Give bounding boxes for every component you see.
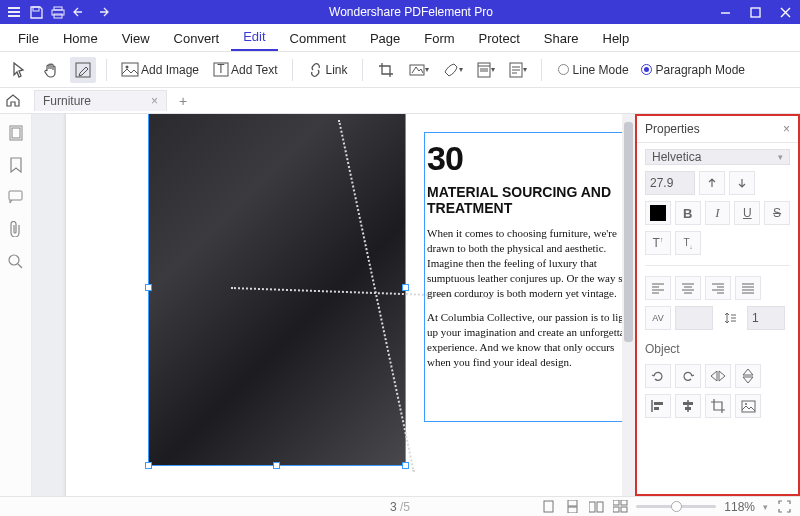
header-footer-tool[interactable]: ▾: [473, 57, 499, 83]
edit-object-tool[interactable]: [70, 57, 96, 83]
view-facing-icon[interactable]: [588, 500, 604, 514]
vertical-scrollbar[interactable]: [622, 114, 635, 496]
background-tool[interactable]: ▾: [439, 57, 467, 83]
menu-edit[interactable]: Edit: [231, 24, 277, 51]
pdf-page: 30 MATERIAL SOURCING AND TREATMENT When …: [66, 114, 626, 496]
bookmarks-icon[interactable]: [7, 156, 25, 174]
watermark-tool[interactable]: ▾: [405, 57, 433, 83]
svg-rect-15: [478, 63, 490, 77]
new-tab-button[interactable]: +: [173, 93, 193, 109]
menu-protect[interactable]: Protect: [467, 26, 532, 51]
page-indicator[interactable]: 3 /5: [390, 500, 410, 514]
superscript-button[interactable]: [699, 171, 725, 195]
subscript-button[interactable]: [729, 171, 755, 195]
italic-button[interactable]: I: [705, 201, 731, 225]
status-bar: 3 /5 118% ▾: [0, 496, 800, 516]
save-icon[interactable]: [26, 2, 46, 22]
app-title: Wondershare PDFelement Pro: [112, 5, 710, 19]
shrink-font-button[interactable]: T↓: [675, 231, 701, 255]
text-block[interactable]: 30 MATERIAL SOURCING AND TREATMENT When …: [424, 132, 635, 422]
crop-tool[interactable]: [373, 57, 399, 83]
replace-image-button[interactable]: [735, 394, 761, 418]
font-color-button[interactable]: [645, 201, 671, 225]
align-obj-left-button[interactable]: [645, 394, 671, 418]
font-family-select[interactable]: Helvetica▾: [645, 149, 790, 165]
svg-rect-8: [751, 8, 760, 17]
svg-rect-1: [8, 11, 20, 13]
svg-rect-0: [8, 7, 20, 9]
menu-home[interactable]: Home: [51, 26, 110, 51]
grow-font-button[interactable]: T↑: [645, 231, 671, 255]
align-center-button[interactable]: [675, 276, 701, 300]
char-spacing-button[interactable]: AV: [645, 306, 671, 330]
svg-rect-24: [12, 128, 20, 138]
menu-page[interactable]: Page: [358, 26, 412, 51]
search-icon[interactable]: [7, 252, 25, 270]
document-canvas[interactable]: 30 MATERIAL SOURCING AND TREATMENT When …: [32, 114, 635, 496]
align-right-button[interactable]: [705, 276, 731, 300]
svg-rect-54: [568, 507, 577, 513]
view-single-icon[interactable]: [540, 500, 556, 514]
align-left-button[interactable]: [645, 276, 671, 300]
menu-file[interactable]: File: [6, 26, 51, 51]
zoom-value[interactable]: 118%: [724, 500, 755, 514]
print-icon[interactable]: [48, 2, 68, 22]
paragraph-mode-radio[interactable]: Paragraph Mode: [641, 63, 745, 77]
add-image-button[interactable]: Add Image: [117, 57, 203, 83]
link-button[interactable]: Link: [303, 57, 352, 83]
close-button[interactable]: [770, 0, 800, 24]
align-obj-center-button[interactable]: [675, 394, 701, 418]
menu-bar: File Home View Convert Edit Comment Page…: [0, 24, 800, 52]
bold-button[interactable]: B: [675, 201, 701, 225]
menu-form[interactable]: Form: [412, 26, 466, 51]
line-mode-radio[interactable]: Line Mode: [558, 63, 629, 77]
minimize-button[interactable]: [710, 0, 740, 24]
svg-line-27: [18, 264, 22, 268]
body-para-2: At Columbia Collective, our passion is t…: [427, 310, 635, 369]
maximize-button[interactable]: [740, 0, 770, 24]
doc-tab[interactable]: Furniture×: [34, 90, 167, 111]
edit-toolbar: Add Image TAdd Text Link ▾ ▾ ▾ ▾ Line Mo…: [0, 52, 800, 88]
svg-point-11: [126, 66, 129, 69]
char-spacing-input[interactable]: [675, 306, 713, 330]
menu-view[interactable]: View: [110, 26, 162, 51]
underline-button[interactable]: U: [734, 201, 760, 225]
crop-object-button[interactable]: [705, 394, 731, 418]
zoom-slider[interactable]: [636, 505, 716, 508]
annotations-icon[interactable]: [7, 188, 25, 206]
flip-horizontal-button[interactable]: [705, 364, 731, 388]
add-text-button[interactable]: TAdd Text: [209, 57, 281, 83]
undo-icon[interactable]: [70, 2, 90, 22]
align-justify-button[interactable]: [735, 276, 761, 300]
rotate-cw-button[interactable]: [675, 364, 701, 388]
app-menu-icon[interactable]: [4, 2, 24, 22]
panel-close-icon[interactable]: ×: [783, 122, 790, 136]
menu-share[interactable]: Share: [532, 26, 591, 51]
svg-rect-10: [122, 63, 138, 76]
menu-help[interactable]: Help: [591, 26, 642, 51]
view-facing-cont-icon[interactable]: [612, 500, 628, 514]
hand-tool[interactable]: [38, 57, 64, 83]
thumbnails-icon[interactable]: [7, 124, 25, 142]
rotate-ccw-button[interactable]: [645, 364, 671, 388]
line-spacing-input[interactable]: [747, 306, 785, 330]
fullscreen-icon[interactable]: [776, 500, 792, 514]
menu-comment[interactable]: Comment: [278, 26, 358, 51]
menu-convert[interactable]: Convert: [162, 26, 232, 51]
redo-icon[interactable]: [92, 2, 112, 22]
properties-panel: Properties× Helvetica▾ B I U S T↑ T↓: [635, 114, 800, 496]
selected-image[interactable]: [148, 114, 406, 466]
left-sidebar: [0, 114, 32, 496]
bates-tool[interactable]: ▾: [505, 57, 531, 83]
svg-point-26: [9, 255, 19, 265]
select-tool[interactable]: [6, 57, 32, 83]
svg-rect-60: [621, 507, 627, 512]
close-tab-icon[interactable]: ×: [151, 94, 158, 108]
view-continuous-icon[interactable]: [564, 500, 580, 514]
flip-vertical-button[interactable]: [735, 364, 761, 388]
font-size-input[interactable]: [645, 171, 695, 195]
home-tab-icon[interactable]: [6, 94, 28, 107]
strikethrough-button[interactable]: S: [764, 201, 790, 225]
section-number: 30: [427, 139, 635, 178]
attachments-icon[interactable]: [7, 220, 25, 238]
